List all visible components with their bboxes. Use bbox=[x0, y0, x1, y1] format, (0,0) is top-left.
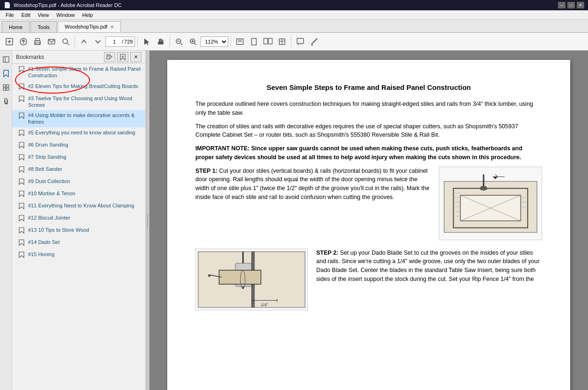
bookmark-icon bbox=[19, 191, 25, 199]
menu-edit[interactable]: Edit bbox=[18, 11, 34, 19]
bookmarks-panel: Bookmarks ✕ #1 Seven Simple Steps to Fra… bbox=[12, 51, 146, 390]
cursor-tool-button[interactable] bbox=[140, 35, 153, 48]
bookmark-item-9[interactable]: #9 Dust Collection bbox=[12, 176, 145, 188]
svg-text:1/4": 1/4" bbox=[261, 302, 268, 307]
menu-view[interactable]: View bbox=[34, 11, 53, 19]
tab-home[interactable]: Home bbox=[2, 21, 30, 32]
email-button[interactable] bbox=[45, 35, 58, 48]
bookmark-label: #13 10 Tips to Store Wood bbox=[28, 227, 142, 233]
bookmark-label: #4 Using Molder to make decorative accen… bbox=[28, 112, 142, 125]
svg-marker-54 bbox=[19, 142, 24, 148]
tab-close-icon[interactable]: ✕ bbox=[110, 24, 114, 29]
bookmarks-list: #1 Seven Simple Steps to Frame & Raised … bbox=[12, 64, 145, 390]
svg-marker-63 bbox=[19, 252, 24, 258]
fit-page-button[interactable] bbox=[247, 35, 261, 48]
bookmark-icon bbox=[19, 227, 25, 235]
title-bar: 📄 WoodshopTips.pdf - Adobe Acrobat Reade… bbox=[0, 0, 588, 10]
menu-bar: File Edit View Window Help bbox=[0, 10, 588, 20]
svg-rect-33 bbox=[297, 38, 304, 44]
sidebar-expand-button[interactable] bbox=[1, 54, 11, 65]
send-button[interactable] bbox=[17, 35, 30, 48]
search-button[interactable] bbox=[59, 35, 72, 48]
window-controls: ─ □ ✕ bbox=[558, 2, 584, 8]
svg-rect-42 bbox=[7, 88, 9, 90]
pdf-intro-1: The procedure outlined here covers const… bbox=[195, 100, 542, 118]
app-icon: 📄 bbox=[4, 2, 11, 8]
bookmark-item-7[interactable]: #7 Strip Sanding bbox=[12, 152, 145, 164]
page-thumbnails-button[interactable] bbox=[1, 82, 11, 93]
bookmark-item-8[interactable]: #8 Belt Sander bbox=[12, 164, 145, 176]
bookmarks-close-button[interactable]: ✕ bbox=[130, 52, 141, 62]
bookmark-label: #15 Honing bbox=[28, 251, 142, 258]
menu-help[interactable]: Help bbox=[78, 11, 97, 19]
bookmark-icon bbox=[19, 96, 25, 103]
svg-rect-29 bbox=[268, 38, 272, 44]
maximize-button[interactable]: □ bbox=[567, 2, 575, 8]
fit-width-button[interactable] bbox=[233, 35, 246, 48]
bookmark-item-13[interactable]: #13 10 Tips to Store Wood bbox=[12, 225, 145, 237]
page-input[interactable] bbox=[108, 39, 121, 44]
pdf-viewer[interactable]: Seven Simple Steps to Frame and Raised P… bbox=[149, 51, 588, 390]
print-button[interactable] bbox=[31, 35, 44, 48]
tab-tools-label: Tools bbox=[37, 24, 50, 30]
bookmark-icon bbox=[19, 203, 25, 211]
zoom-in-button[interactable] bbox=[186, 35, 200, 48]
hand-tool-button[interactable] bbox=[154, 35, 167, 48]
bookmark-expand-all-button[interactable] bbox=[104, 52, 115, 62]
bookmark-item-14[interactable]: #14 Dado Set bbox=[12, 237, 145, 249]
zoom-select[interactable]: 112% 100% 75% 150% bbox=[201, 37, 228, 47]
bookmark-item-3[interactable]: #3 Twelve Tips for Choosing and Using Wo… bbox=[12, 93, 145, 110]
close-button[interactable]: ✕ bbox=[577, 2, 584, 8]
bookmark-icon bbox=[19, 66, 25, 74]
app-title: WoodshopTips.pdf - Adobe Acrobat Reader … bbox=[14, 2, 122, 8]
attachments-button[interactable] bbox=[1, 96, 11, 107]
zoom-out-button[interactable] bbox=[172, 35, 186, 48]
bookmark-label: #2 Eleven Tips for Making Bread/Cutting … bbox=[28, 83, 142, 89]
bookmark-label: #11 Everything Need to Know About Clampi… bbox=[28, 202, 142, 209]
highlight-button[interactable] bbox=[308, 35, 321, 48]
bookmark-item-5[interactable]: #5 Everything you need to know about san… bbox=[12, 127, 145, 140]
svg-rect-86 bbox=[219, 270, 261, 284]
two-page-button[interactable] bbox=[261, 35, 275, 48]
menu-file[interactable]: File bbox=[2, 11, 18, 19]
create-button[interactable] bbox=[3, 35, 16, 48]
main-area: Bookmarks ✕ #1 Seven Simple Steps to Fra… bbox=[0, 51, 588, 390]
bookmark-item-12[interactable]: #12 Biscuit Jointer bbox=[12, 213, 145, 225]
tab-tools[interactable]: Tools bbox=[30, 21, 57, 32]
menu-window[interactable]: Window bbox=[52, 11, 78, 19]
pdf-body: The procedure outlined here covers const… bbox=[195, 100, 542, 310]
minimize-button[interactable]: ─ bbox=[558, 2, 566, 8]
tab-file-label: WoodshopTips.pdf bbox=[65, 24, 107, 29]
toolbar-sep-4 bbox=[231, 36, 231, 47]
comment-button[interactable] bbox=[294, 35, 307, 48]
bookmark-item-15[interactable]: #15 Honing bbox=[12, 249, 145, 261]
svg-marker-50 bbox=[19, 84, 24, 89]
svg-rect-40 bbox=[7, 85, 9, 87]
bookmark-item-2[interactable]: #2 Eleven Tips for Making Bread/Cutting … bbox=[12, 81, 145, 93]
bookmark-label: #10 Mortise & Tenon bbox=[28, 190, 142, 197]
tab-home-label: Home bbox=[9, 24, 22, 30]
bookmarks-title: Bookmarks bbox=[16, 54, 44, 60]
bookmark-item-6[interactable]: #6 Drum Sanding bbox=[12, 140, 145, 152]
sidebar-resize-handle[interactable] bbox=[146, 51, 149, 390]
bookmark-item-10[interactable]: #10 Mortise & Tenon bbox=[12, 188, 145, 200]
svg-marker-60 bbox=[19, 215, 24, 221]
svg-rect-71 bbox=[481, 186, 486, 189]
bookmark-label: #3 Twelve Tips for Choosing and Using Wo… bbox=[28, 95, 142, 109]
tab-file[interactable]: WoodshopTips.pdf ✕ bbox=[58, 21, 121, 32]
svg-marker-49 bbox=[19, 66, 24, 72]
svg-marker-58 bbox=[19, 191, 24, 197]
page-up-button[interactable] bbox=[77, 35, 90, 48]
bookmark-item-1[interactable]: #1 Seven Simple Steps to Frame & Raised … bbox=[12, 64, 145, 81]
page-down-button[interactable] bbox=[91, 35, 104, 48]
bookmarks-icon-button[interactable] bbox=[1, 68, 11, 79]
bookmarks-controls: ✕ bbox=[104, 52, 141, 62]
bookmark-item-4[interactable]: #4 Using Molder to make decorative accen… bbox=[12, 110, 145, 127]
page-total: 729 bbox=[124, 39, 133, 44]
bookmark-add-button[interactable] bbox=[117, 52, 128, 62]
svg-line-19 bbox=[180, 43, 182, 45]
read-mode-button[interactable] bbox=[275, 35, 289, 48]
svg-line-34 bbox=[312, 38, 317, 44]
bookmark-item-11[interactable]: #11 Everything Need to Know About Clampi… bbox=[12, 200, 145, 213]
toolbar-sep-1 bbox=[74, 36, 75, 47]
